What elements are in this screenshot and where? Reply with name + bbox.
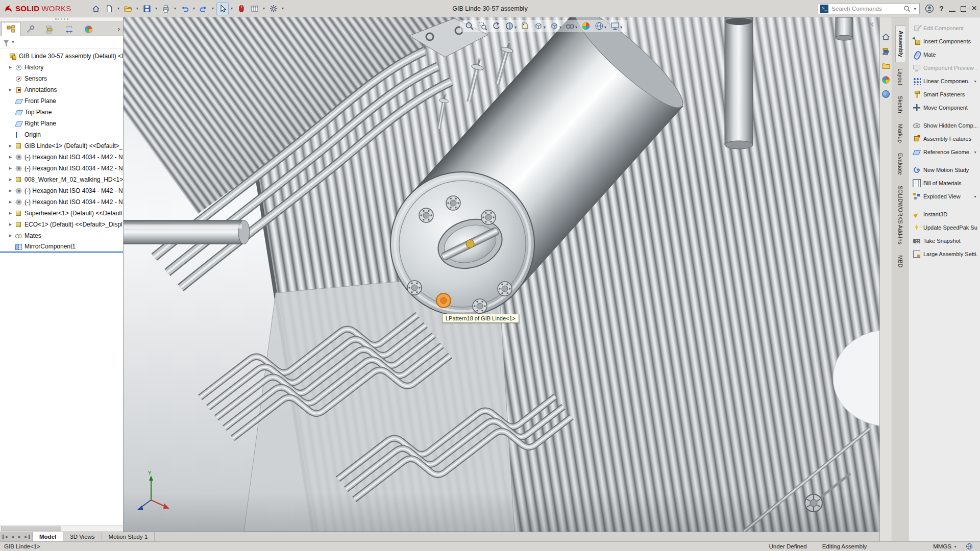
search-dropdown-caret[interactable]: [913, 7, 917, 11]
smart-fasteners-button[interactable]: Smart Fasteners: [912, 88, 978, 101]
tree-item-mates[interactable]: Mates: [0, 230, 123, 241]
expand-arrow-icon[interactable]: [8, 189, 13, 193]
print-icon[interactable]: [160, 2, 172, 15]
tree-item-mirrorcomponent1[interactable]: MirrorComponent1: [0, 241, 123, 253]
tab-motion-study-1[interactable]: Motion Study 1: [102, 532, 155, 541]
dropdown-caret-icon[interactable]: [620, 21, 622, 31]
display-style-icon[interactable]: [550, 21, 561, 31]
dropdown-caret-icon[interactable]: [543, 21, 546, 31]
tab-propertymanager[interactable]: [20, 22, 40, 36]
annotation-views-icon[interactable]: [521, 21, 530, 31]
options-dropdown-caret[interactable]: [281, 6, 285, 11]
selection-filter-caret[interactable]: [262, 6, 266, 11]
tree-item-sensors[interactable]: Sensors: [0, 73, 123, 84]
panel-drag-handle[interactable]: [0, 17, 123, 21]
units-dropdown-caret[interactable]: [953, 544, 958, 549]
filter-dropdown-caret[interactable]: [11, 40, 15, 44]
maximize-button[interactable]: [961, 6, 966, 12]
save-icon[interactable]: [141, 2, 153, 15]
linear-component-pattern-button[interactable]: Linear Componen...: [912, 74, 978, 88]
selection-filter-icon[interactable]: [249, 2, 261, 15]
tree-item-history[interactable]: History: [0, 62, 123, 73]
tab-featuremanager[interactable]: [1, 22, 20, 36]
tree-item-superheater[interactable]: Superheater<1> (Default) <<Default: [0, 208, 123, 219]
tree-item-worker[interactable]: 008_Worker_M_02_walking_HD<1> (...: [0, 174, 123, 185]
select-dropdown-caret[interactable]: [230, 6, 234, 11]
view-settings-icon[interactable]: [610, 21, 622, 31]
expand-arrow-icon[interactable]: [8, 211, 13, 215]
dropdown-caret-icon[interactable]: [559, 21, 561, 31]
expand-arrow-icon[interactable]: [8, 200, 13, 204]
tab-3d-views[interactable]: 3D Views: [63, 532, 102, 541]
expand-arrow-icon[interactable]: [8, 155, 13, 159]
commandmanager-tab-mbd[interactable]: MBD: [895, 251, 904, 272]
new-dropdown-caret[interactable]: [116, 6, 121, 11]
show-hidden-components-button[interactable]: Show Hidden Comp...: [912, 119, 978, 132]
expand-arrow-icon[interactable]: [8, 65, 13, 69]
status-globe-icon[interactable]: [966, 543, 973, 550]
hide-show-items-icon[interactable]: [566, 21, 577, 31]
tab-scroll-next-icon[interactable]: [16, 534, 23, 540]
commandmanager-tab-addins[interactable]: SOLIDWORKS Add-Ins: [895, 181, 904, 249]
close-button[interactable]: [971, 4, 977, 13]
tree-item-hexagon-nut-4[interactable]: (-) Hexagon Nut ISO 4034 - M42 - N...: [0, 196, 123, 208]
custom-properties-icon[interactable]: [882, 90, 890, 98]
dropdown-caret-icon[interactable]: [604, 21, 606, 31]
commandmanager-tab-layout[interactable]: Layout: [895, 64, 904, 90]
tree-item-hexagon-nut-2[interactable]: (-) Hexagon Nut ISO 4034 - M42 - N...: [0, 163, 123, 174]
tree-item-hexagon-nut-3[interactable]: (-) Hexagon Nut ISO 4034 - M42 - N...: [0, 185, 123, 196]
tab-model[interactable]: Model: [33, 532, 63, 541]
help-icon[interactable]: [939, 4, 944, 13]
redo-icon[interactable]: [198, 2, 210, 15]
dropdown-caret-icon[interactable]: [973, 79, 977, 84]
scrollbar-thumb[interactable]: [1, 527, 61, 531]
tree-item-top-plane[interactable]: Top Plane: [0, 107, 123, 118]
tree-item-root[interactable]: GIB Linde 30-57 assembly (Default) <Disp: [0, 51, 123, 62]
undo-icon[interactable]: [179, 2, 191, 15]
reference-geometry-button[interactable]: Reference Geome...: [912, 145, 978, 159]
dropdown-caret-icon[interactable]: [575, 21, 577, 31]
user-account-icon[interactable]: [925, 4, 934, 13]
mouse-gestures-icon[interactable]: [235, 2, 248, 15]
expand-arrow-icon[interactable]: [8, 178, 13, 182]
large-assembly-settings-button[interactable]: Large Assembly Setti...: [912, 247, 978, 261]
tree-item-hexagon-nut-1[interactable]: (-) Hexagon Nut ISO 4034 - M42 - N...: [0, 152, 123, 163]
edit-appearance-icon[interactable]: [581, 21, 591, 31]
assembly-features-button[interactable]: Assembly Features: [912, 132, 978, 145]
open-document-icon[interactable]: [122, 2, 134, 15]
home-icon[interactable]: [90, 2, 102, 15]
commandmanager-tab-sketch[interactable]: Sketch: [895, 91, 904, 118]
design-library-icon[interactable]: [882, 47, 890, 56]
mate-button[interactable]: Mate: [912, 48, 978, 61]
exploded-view-button[interactable]: Exploded View: [912, 190, 978, 203]
expand-arrow-icon[interactable]: [8, 222, 13, 227]
section-view-icon[interactable]: [505, 21, 517, 31]
solidworks-resources-icon[interactable]: [881, 33, 890, 41]
close-icon[interactable]: [869, 19, 874, 30]
zoom-to-area-icon[interactable]: [478, 21, 487, 31]
tab-displaymanager[interactable]: [79, 22, 98, 36]
commandmanager-tab-markup[interactable]: Markup: [895, 119, 904, 147]
options-gear-icon[interactable]: [267, 2, 280, 15]
new-document-icon[interactable]: [103, 2, 115, 15]
commandmanager-tab-evaluate[interactable]: Evaluate: [895, 148, 904, 180]
dropdown-caret-icon[interactable]: [514, 21, 517, 31]
commandmanager-tab-assembly[interactable]: Assembly: [895, 26, 905, 62]
filter-icon[interactable]: [4, 40, 9, 44]
bill-of-materials-button[interactable]: Bill of Materials: [912, 177, 978, 190]
tab-scroll-prev-icon[interactable]: [9, 534, 16, 540]
tree-item-origin[interactable]: Origin: [0, 129, 123, 140]
select-icon[interactable]: [216, 2, 229, 15]
expand-arrow-icon[interactable]: [8, 234, 13, 238]
search-icon[interactable]: [903, 5, 911, 12]
expand-arrow-icon[interactable]: [8, 88, 13, 92]
move-component-button[interactable]: Move Component: [912, 101, 978, 114]
take-snapshot-button[interactable]: Take Snapshot: [912, 234, 978, 247]
units-selector[interactable]: MMGS: [933, 543, 958, 549]
tree-horizontal-scrollbar[interactable]: [0, 525, 123, 532]
tree-item-right-plane[interactable]: Right Plane: [0, 118, 123, 129]
dropdown-caret-icon[interactable]: [973, 150, 977, 155]
open-dropdown-caret[interactable]: [135, 6, 140, 11]
print-dropdown-caret[interactable]: [173, 6, 178, 11]
instant3d-button[interactable]: Instant3D: [912, 208, 978, 221]
